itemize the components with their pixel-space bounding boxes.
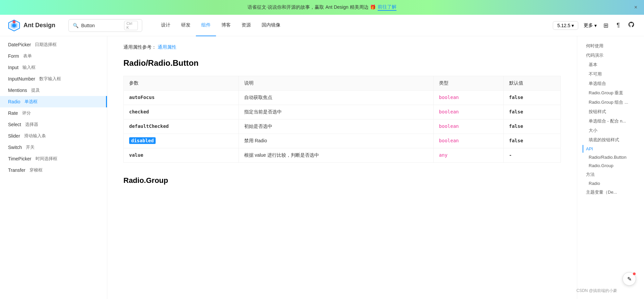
table-row: checked 指定当前是否选中 boolean false: [124, 105, 561, 119]
nav-item-mirror[interactable]: 国内镜像: [256, 15, 286, 36]
sidebar-item-slider[interactable]: Slider 滑动输入条: [0, 130, 107, 142]
nav-item-resources[interactable]: 资源: [236, 15, 256, 36]
search-icon: 🔍: [73, 23, 78, 28]
param-disabled-default: false: [509, 138, 523, 143]
param-value-default: -: [509, 152, 512, 158]
fab-edit-button[interactable]: ✎: [623, 272, 636, 286]
logo[interactable]: Ant Design: [8, 19, 68, 32]
toc-item-methods[interactable]: 方法: [583, 170, 639, 179]
param-disabled-type: boolean: [439, 138, 459, 143]
right-toc: 何时使用 代码演示 基本 不可用 单选组合 Radio.Group 垂直 Rad…: [577, 36, 644, 299]
param-autofocus-type: boolean: [439, 95, 459, 100]
banner-link[interactable]: 前往了解: [378, 4, 396, 11]
sidebar-item-timepicker[interactable]: TimePicker 时间选择框: [0, 153, 107, 164]
fab-badge: [633, 272, 636, 275]
param-defaultchecked-desc: 初始是否选中: [238, 119, 433, 134]
nav-item-develop[interactable]: 研发: [176, 15, 196, 36]
layout-toggle-button[interactable]: ⊞: [602, 20, 610, 31]
csdn-watermark: CSDN @搞前端的小豪: [576, 288, 617, 294]
param-defaultchecked: defaultChecked: [129, 123, 169, 129]
param-value-type: any: [439, 152, 447, 158]
toc-item-filled-button[interactable]: 填底的按钮样式: [583, 136, 639, 144]
toc-item-when-to-use[interactable]: 何时使用: [583, 42, 639, 50]
common-props-label: 通用属性参考：: [123, 44, 156, 50]
toc-item-radio-group-with-name[interactable]: 单选组合 - 配合 n...: [583, 117, 639, 126]
sidebar-item-transfer[interactable]: Transfer 穿梭框: [0, 164, 107, 176]
common-props-ref: 通用属性参考： 通用属性: [123, 44, 561, 50]
more-menu-button[interactable]: 更多 ▾: [584, 22, 597, 29]
content-area: 通用属性参考： 通用属性 Radio/Radio.Button 参数 说明 类型…: [107, 36, 577, 299]
col-header-param: 参数: [124, 76, 239, 91]
sidebar-item-switch[interactable]: Switch 开关: [0, 142, 107, 153]
toc-item-theme-vars[interactable]: 主题变量（De...: [583, 188, 639, 197]
sidebar-item-mentions[interactable]: Mentions 提及: [0, 85, 107, 96]
param-value-desc: 根据 value 进行比较，判断是否选中: [238, 148, 433, 163]
github-icon: [628, 21, 635, 28]
sidebar-item-input[interactable]: Input 输入框: [0, 62, 107, 73]
nav-item-blog[interactable]: 博客: [216, 15, 236, 36]
table-row: autoFocus 自动获取焦点 boolean false: [124, 91, 561, 105]
sidebar-item-inputnumber[interactable]: InputNumber 数字输入框: [0, 73, 107, 85]
param-disabled: disabled: [129, 137, 156, 144]
sidebar-item-rate[interactable]: Rate 评分: [0, 107, 107, 119]
toc-item-api[interactable]: API: [583, 145, 639, 153]
section2-title: Radio.Group: [123, 173, 561, 185]
banner-close-button[interactable]: ×: [634, 4, 637, 10]
toc-item-button-style[interactable]: 按钮样式: [583, 107, 639, 116]
header: Ant Design 🔍 Ctrl K 设计 研发 组件 博客 资源 国内镜像 …: [0, 15, 644, 36]
col-header-default: 默认值: [503, 76, 560, 91]
banner-text: 语雀征文·说说你和开源的故事，赢取 Ant Design 精美周边 🎁 前往了解: [248, 4, 396, 11]
param-checked-type: boolean: [439, 109, 459, 114]
sidebar: DatePicker 日期选择框 Form 表单 Input 输入框 Input…: [0, 36, 107, 299]
param-autofocus-desc: 自动获取焦点: [238, 91, 433, 105]
nav-item-design[interactable]: 设计: [156, 15, 176, 36]
common-props-link[interactable]: 通用属性: [158, 44, 176, 50]
toc-item-radio-button-api[interactable]: Radio/Radio.Button: [583, 153, 639, 161]
param-checked: checked: [129, 109, 149, 114]
toc-item-radio-group-api[interactable]: Radio.Group: [583, 162, 639, 169]
toc-item-disabled[interactable]: 不可用: [583, 70, 639, 79]
api-table-radio: 参数 说明 类型 默认值 autoFocus 自动获取焦点 boolean fa…: [123, 76, 561, 163]
sidebar-item-datepicker[interactable]: DatePicker 日期选择框: [0, 39, 107, 50]
logo-text: Ant Design: [23, 22, 55, 29]
text-direction-button[interactable]: ¶: [615, 20, 621, 30]
sidebar-item-form[interactable]: Form 表单: [0, 50, 107, 62]
col-header-desc: 说明: [238, 76, 433, 91]
version-selector[interactable]: 5.12.5 ▾: [553, 21, 578, 30]
param-disabled-desc: 禁用 Radio: [238, 134, 433, 148]
table-row: value 根据 value 进行比较，判断是否选中 any -: [124, 148, 561, 163]
version-text: 5.12.5: [557, 23, 570, 28]
search-input[interactable]: [81, 23, 121, 28]
param-checked-desc: 指定当前是否选中: [238, 105, 433, 119]
header-right: 5.12.5 ▾ 更多 ▾ ⊞ ¶: [553, 20, 636, 31]
github-button[interactable]: [627, 20, 636, 31]
toc-item-radio-group[interactable]: 单选组合: [583, 79, 639, 88]
sidebar-item-radio[interactable]: Radio 单选框: [0, 96, 107, 107]
param-checked-default: false: [509, 109, 523, 114]
section1-title: Radio/Radio.Button: [123, 58, 561, 68]
sidebar-item-select[interactable]: Select 选择器: [0, 119, 107, 130]
param-autofocus: autoFocus: [129, 95, 155, 100]
toc-item-radio-group-vertical[interactable]: Radio.Group 垂直: [583, 89, 639, 97]
toc-item-size[interactable]: 大小: [583, 126, 639, 135]
toc-item-radio-group-combo[interactable]: Radio.Group 组合 ...: [583, 98, 639, 107]
search-box[interactable]: 🔍 Ctrl K: [68, 19, 142, 32]
toc-item-basic[interactable]: 基本: [583, 60, 639, 69]
table-row: defaultChecked 初始是否选中 boolean false: [124, 119, 561, 134]
ant-design-logo-icon: [8, 19, 20, 32]
toc-item-code-demo[interactable]: 代码演示: [583, 51, 639, 60]
edit-icon: ✎: [627, 276, 632, 282]
param-defaultchecked-default: false: [509, 123, 523, 129]
nav-item-components[interactable]: 组件: [196, 15, 216, 36]
more-chevron-icon: ▾: [594, 23, 597, 28]
param-autofocus-default: false: [509, 95, 523, 100]
fab-container: ✎: [623, 272, 636, 286]
col-header-type: 类型: [433, 76, 503, 91]
banner-message: 语雀征文·说说你和开源的故事，赢取 Ant Design 精美周边 🎁: [248, 4, 375, 10]
param-value: value: [129, 152, 143, 158]
main-layout: DatePicker 日期选择框 Form 表单 Input 输入框 Input…: [0, 36, 644, 299]
top-banner: 语雀征文·说说你和开源的故事，赢取 Ant Design 精美周边 🎁 前往了解…: [0, 0, 644, 15]
toc-item-radio-methods[interactable]: Radio: [583, 180, 639, 187]
main-nav: 设计 研发 组件 博客 资源 国内镜像: [156, 15, 553, 36]
table-row: disabled 禁用 Radio boolean false: [124, 134, 561, 148]
